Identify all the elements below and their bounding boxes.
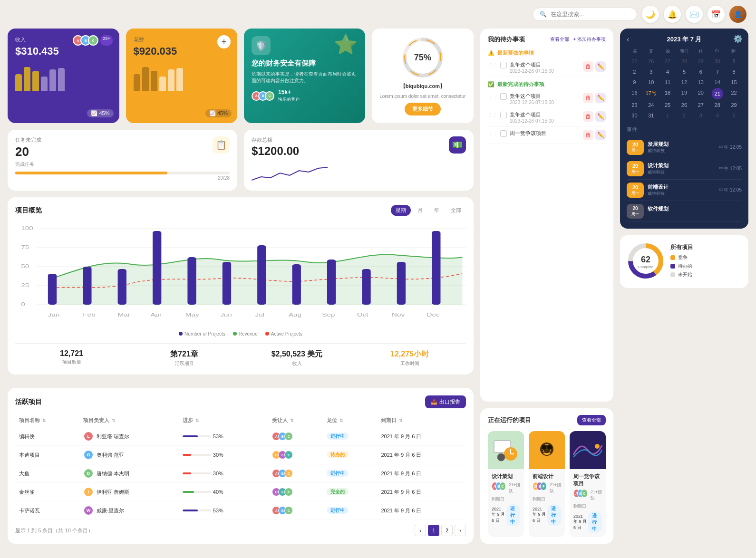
cal-day[interactable]: 1: [726, 57, 742, 66]
cal-day[interactable]: 31: [643, 111, 659, 120]
cal-day[interactable]: 3: [693, 111, 708, 120]
running-status-2: 进行中: [547, 504, 561, 526]
cal-day[interactable]: 27: [660, 57, 676, 66]
tab-year[interactable]: 年: [429, 205, 444, 216]
search-input[interactable]: [551, 11, 630, 18]
cal-day[interactable]: 17号: [643, 88, 659, 99]
more-details-btn[interactable]: 更多细节: [405, 103, 441, 115]
cal-day-today[interactable]: 21: [712, 88, 723, 99]
delete-todo-btn[interactable]: 🗑: [583, 111, 593, 122]
todo-checkbox[interactable]: [500, 130, 507, 137]
cal-day[interactable]: 14: [709, 77, 725, 87]
cal-day[interactable]: 11: [660, 77, 676, 87]
cal-day[interactable]: 29: [726, 100, 742, 110]
stat-projects-value: 12,721: [15, 349, 128, 358]
cal-day[interactable]: 15: [726, 77, 742, 87]
cal-day[interactable]: 23: [627, 100, 642, 110]
sort-icon-manager[interactable]: ⇅: [112, 418, 116, 423]
sort-icon-due[interactable]: ⇅: [399, 418, 403, 423]
cal-day[interactable]: 5: [677, 67, 692, 77]
sort-icon-assignee[interactable]: ⇅: [290, 418, 294, 423]
add-expense-btn[interactable]: +: [217, 35, 231, 48]
cal-day[interactable]: 13: [693, 77, 708, 87]
cal-day[interactable]: 30: [627, 111, 642, 120]
cal-day[interactable]: 26: [677, 100, 692, 110]
cal-day[interactable]: 4: [660, 67, 676, 77]
edit-todo-btn[interactable]: ✏️: [595, 93, 606, 103]
tab-month[interactable]: 月: [413, 205, 427, 216]
delete-todo-btn[interactable]: 🗑: [583, 130, 593, 140]
calendar-icon-btn[interactable]: 📅: [708, 6, 725, 23]
user-avatar[interactable]: 👤: [729, 6, 746, 23]
stat-active: 第721章 活跃项目: [128, 349, 241, 367]
cal-day[interactable]: 9: [627, 77, 642, 87]
cal-day[interactable]: 27: [693, 100, 708, 110]
cal-day[interactable]: 3: [643, 67, 659, 77]
page-2-btn[interactable]: 2: [441, 525, 453, 536]
cal-day[interactable]: 24: [643, 100, 659, 110]
cal-day[interactable]: 18: [660, 88, 676, 99]
prev-page-btn[interactable]: ‹: [415, 525, 426, 536]
view-all-running-btn[interactable]: 查看全部: [577, 415, 606, 425]
settings-icon[interactable]: ⚙️: [733, 34, 743, 43]
add-todo[interactable]: + 添加待办事项: [573, 36, 606, 43]
cal-day[interactable]: 12: [677, 77, 692, 87]
sort-icon-status[interactable]: ⇅: [339, 418, 343, 423]
row-status: 进行中: [323, 427, 378, 446]
row-name: 金丝雀: [15, 483, 79, 501]
cal-day[interactable]: 2: [677, 111, 692, 120]
cal-day[interactable]: 8: [726, 67, 742, 77]
tab-week[interactable]: 星期: [391, 205, 411, 216]
svg-text:Feb: Feb: [83, 312, 95, 318]
cal-day[interactable]: 6: [693, 67, 708, 77]
edit-todo-btn[interactable]: ✏️: [595, 111, 606, 122]
delete-todo-btn[interactable]: 🗑: [583, 93, 593, 103]
row-manager: O 奥利弗·范亚: [79, 446, 179, 464]
bell-icon-btn[interactable]: 🔔: [664, 6, 681, 23]
todo-checkbox[interactable]: [500, 93, 507, 100]
tab-all[interactable]: 全部: [446, 205, 466, 216]
running-card-date-2: 到期日: [533, 496, 561, 502]
cal-day[interactable]: 16: [627, 88, 642, 99]
prev-month-btn[interactable]: ‹: [627, 35, 629, 44]
event-date-1: 20 周一: [627, 140, 644, 155]
svg-text:Jul: Jul: [255, 312, 265, 318]
svg-text:Jun: Jun: [220, 312, 232, 318]
delete-todo-btn[interactable]: 🗑: [583, 61, 593, 72]
cal-day[interactable]: 20: [693, 88, 708, 99]
cal-day[interactable]: 1: [660, 111, 676, 120]
cal-day[interactable]: 30: [709, 57, 725, 66]
mail-icon-btn[interactable]: ✉️: [686, 6, 703, 23]
cal-day[interactable]: 22: [726, 88, 742, 99]
row-progress: 53%: [179, 501, 268, 520]
edit-todo-btn[interactable]: ✏️: [595, 130, 606, 140]
event-time-2: 中午 12:05: [719, 165, 742, 172]
legend-label-2: 待办的: [678, 263, 692, 269]
todo-checkbox[interactable]: [500, 62, 507, 68]
edit-todo-btn[interactable]: ✏️: [595, 61, 606, 72]
todo-text: 周一竞争该项目: [510, 130, 580, 137]
cal-day[interactable]: 29: [693, 57, 708, 66]
cal-day[interactable]: 2: [627, 67, 642, 77]
view-all-todo[interactable]: 查看全部: [550, 36, 569, 43]
cal-day[interactable]: 28: [677, 57, 692, 66]
cal-day[interactable]: 26: [643, 57, 659, 66]
search-box[interactable]: 🔍: [533, 8, 637, 21]
page-1-btn[interactable]: 1: [428, 525, 439, 536]
event-1: 20 周一 发展规划 威特科技 中午 12:05: [627, 137, 742, 158]
todo-checkbox[interactable]: [500, 112, 507, 118]
cal-day[interactable]: 5: [726, 111, 742, 120]
cal-day[interactable]: 4: [709, 111, 725, 120]
moon-icon-btn[interactable]: 🌙: [642, 6, 659, 23]
next-page-btn[interactable]: ›: [455, 525, 466, 536]
cal-day[interactable]: 7: [709, 67, 725, 77]
sort-icon-name[interactable]: ⇅: [42, 418, 46, 423]
cal-day[interactable]: 28: [709, 100, 725, 110]
cal-day[interactable]: 19: [677, 88, 692, 99]
export-btn[interactable]: 📤 出口报告: [425, 395, 466, 408]
cal-day[interactable]: 10: [643, 77, 659, 87]
cal-day[interactable]: 25: [660, 100, 676, 110]
sort-icon-progress[interactable]: ⇅: [195, 418, 199, 423]
event-title-3: 前端设计: [648, 183, 715, 191]
cal-day[interactable]: 25: [627, 57, 642, 66]
